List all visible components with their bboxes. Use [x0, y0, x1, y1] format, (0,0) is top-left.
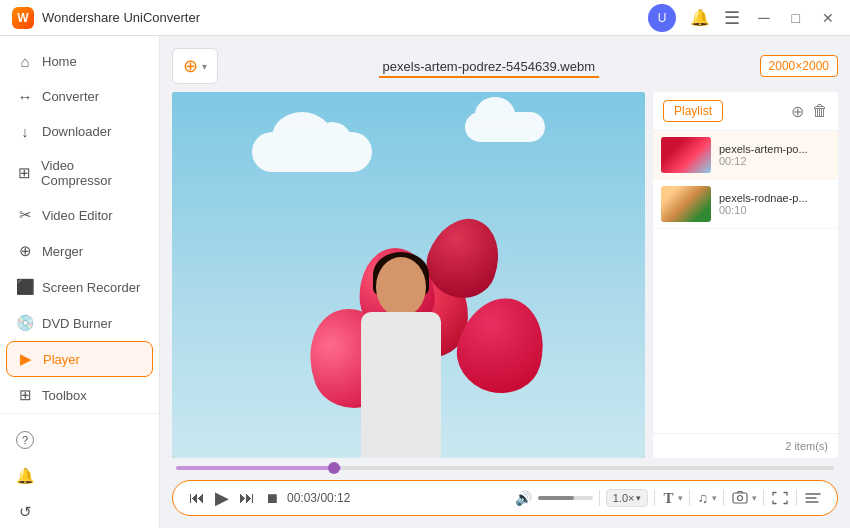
add-file-button[interactable]: ⊕ ▾: [172, 48, 218, 84]
sidebar-item-player[interactable]: ▶ Player: [6, 341, 153, 377]
app-title: Wondershare UniConverter: [42, 10, 200, 25]
compressor-icon: ⊞: [16, 164, 33, 182]
menu-icon[interactable]: ☰: [724, 7, 740, 29]
seek-bar[interactable]: [176, 466, 834, 470]
sidebar-item-toolbox[interactable]: ⊞ Toolbox: [0, 377, 159, 413]
playlist-item-1[interactable]: pexels-artem-po... 00:12: [653, 131, 838, 180]
sidebar-item-feedback[interactable]: ↺: [0, 494, 159, 528]
app-logo: W: [12, 7, 34, 29]
playlist-actions: ⊕ 🗑: [791, 102, 828, 121]
separator-6: [796, 490, 797, 506]
volume-slider[interactable]: [538, 496, 593, 500]
controls-bar: ⏮ ▶ ⏭ ⏹ 00:03/00:12 🔊 1.0× ▾: [172, 480, 838, 516]
dvd-icon: 💿: [16, 314, 34, 332]
user-avatar[interactable]: U: [648, 4, 676, 32]
sidebar-item-dvd-burner[interactable]: 💿 DVD Burner: [0, 305, 159, 341]
content-area: ⊕ ▾ pexels-artem-podrez-5454639.webm 200…: [160, 36, 850, 528]
delete-playlist-button[interactable]: 🗑: [812, 102, 828, 121]
seek-progress: [176, 466, 341, 470]
next-button[interactable]: ⏭: [237, 489, 257, 507]
text-overlay-button[interactable]: T: [661, 490, 675, 507]
playlist-item-2[interactable]: pexels-rodnae-p... 00:10: [653, 180, 838, 229]
close-button[interactable]: ✕: [818, 10, 838, 26]
person-head: [376, 257, 426, 317]
separator-1: [599, 490, 600, 506]
volume-section: 🔊: [513, 490, 593, 506]
sidebar-item-notification[interactable]: 🔔: [0, 458, 159, 494]
separator-2: [654, 490, 655, 506]
minimize-button[interactable]: ─: [754, 9, 773, 27]
bell-icon[interactable]: 🔔: [690, 8, 710, 27]
speed-chevron-icon: ▾: [636, 493, 641, 503]
sidebar-item-screen-recorder[interactable]: ⬛ Screen Recorder: [0, 269, 159, 305]
playlist-thumb-2: [661, 186, 711, 222]
resolution-badge: 2000×2000: [760, 55, 838, 77]
sidebar-item-video-compressor[interactable]: ⊞ Video Compressor: [0, 149, 159, 197]
speed-label: 1.0×: [613, 492, 635, 504]
sidebar-item-converter[interactable]: ↔ Converter: [0, 79, 159, 114]
title-bar-controls: U 🔔 ☰ ─ □ ✕: [648, 4, 838, 32]
downloader-icon: ↓: [16, 123, 34, 140]
sidebar-label-recorder: Screen Recorder: [42, 280, 140, 295]
volume-icon[interactable]: 🔊: [513, 490, 534, 506]
notification-icon: 🔔: [16, 467, 34, 485]
converter-icon: ↔: [16, 88, 34, 105]
prev-button[interactable]: ⏮: [187, 489, 207, 507]
sidebar-label-converter: Converter: [42, 89, 99, 104]
sidebar-item-home[interactable]: ⌂ Home: [0, 44, 159, 79]
playlist-item-info-1: pexels-artem-po... 00:12: [719, 143, 830, 167]
filename-bar: pexels-artem-podrez-5454639.webm: [228, 59, 750, 74]
add-to-playlist-button[interactable]: ⊕: [791, 102, 804, 121]
sidebar-item-merger[interactable]: ⊕ Merger: [0, 233, 159, 269]
sidebar-label-compressor: Video Compressor: [41, 158, 143, 188]
sidebar-bottom: ? 🔔 ↺: [0, 413, 159, 528]
audio-button[interactable]: ♫: [696, 490, 711, 506]
toolbox-icon: ⊞: [16, 386, 34, 404]
sidebar-item-downloader[interactable]: ↓ Downloader: [0, 114, 159, 149]
speed-button[interactable]: 1.0× ▾: [606, 489, 649, 507]
thumb-red-flowers: [661, 137, 711, 173]
text-chevron-icon: ▾: [678, 493, 683, 503]
video-container[interactable]: [172, 92, 645, 458]
sidebar-label-player: Player: [43, 352, 80, 367]
title-bar-left: W Wondershare UniConverter: [12, 7, 200, 29]
text-overlay-group: T ▾: [661, 490, 682, 507]
play-button[interactable]: ▶: [213, 487, 231, 509]
sidebar-label-downloader: Downloader: [42, 124, 111, 139]
thumb-couple: [661, 186, 711, 222]
title-bar: W Wondershare UniConverter U 🔔 ☰ ─ □ ✕: [0, 0, 850, 36]
seek-bar-container[interactable]: [172, 466, 838, 470]
editor-icon: ✂: [16, 206, 34, 224]
svg-rect-0: [733, 493, 747, 503]
playlist-item-duration-1: 00:12: [719, 155, 830, 167]
playlist-header: Playlist ⊕ 🗑: [653, 92, 838, 131]
cloud-2: [465, 112, 545, 142]
home-icon: ⌂: [16, 53, 34, 70]
sidebar-item-video-editor[interactable]: ✂ Video Editor: [0, 197, 159, 233]
audio-chevron-icon: ▾: [712, 493, 717, 503]
maximize-button[interactable]: □: [788, 10, 804, 26]
time-display: 00:03/00:12: [287, 491, 350, 505]
playlist-item-name-2: pexels-rodnae-p...: [719, 192, 830, 204]
main-container: ⌂ Home ↔ Converter ↓ Downloader ⊞ Video …: [0, 36, 850, 528]
time-total: 00:12: [320, 491, 350, 505]
playlist-footer: 2 item(s): [653, 433, 838, 458]
audio-group: ♫ ▾: [696, 490, 718, 506]
feedback-icon: ↺: [16, 503, 34, 521]
fullscreen-button[interactable]: [770, 491, 790, 505]
stop-button[interactable]: ⏹: [263, 490, 281, 506]
sidebar: ⌂ Home ↔ Converter ↓ Downloader ⊞ Video …: [0, 36, 160, 528]
playlist-toggle-button[interactable]: [803, 491, 823, 505]
playlist-tab[interactable]: Playlist: [663, 100, 723, 122]
sidebar-label-editor: Video Editor: [42, 208, 113, 223]
seek-thumb[interactable]: [328, 462, 340, 474]
sidebar-item-help[interactable]: ?: [0, 422, 159, 458]
time-current: 00:03: [287, 491, 317, 505]
sidebar-label-home: Home: [42, 54, 77, 69]
add-icon: ⊕: [183, 55, 198, 77]
recorder-icon: ⬛: [16, 278, 34, 296]
volume-fill: [538, 496, 574, 500]
screenshot-button[interactable]: [730, 491, 750, 505]
cloud-1: [252, 132, 372, 172]
playlist-item-duration-2: 00:10: [719, 204, 830, 216]
